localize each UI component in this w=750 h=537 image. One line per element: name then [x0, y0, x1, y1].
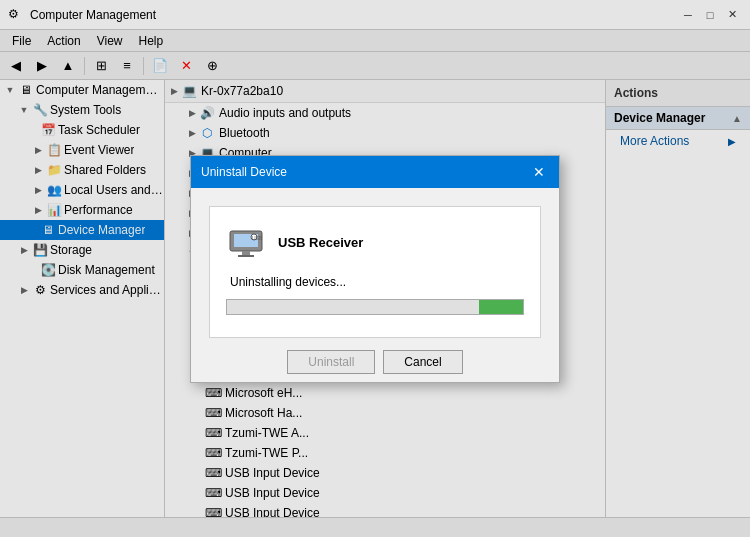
modal-content: USB USB Receiver Uninstalling devices...… [191, 188, 559, 382]
modal-overlay: Uninstall Device ✕ [0, 0, 750, 537]
modal-body: USB USB Receiver Uninstalling devices... [209, 206, 541, 338]
uninstall-modal: Uninstall Device ✕ [190, 155, 560, 383]
modal-title: Uninstall Device [201, 165, 287, 179]
modal-device-name: USB Receiver [278, 235, 363, 250]
svg-rect-2 [242, 251, 250, 255]
uninstall-button[interactable]: Uninstall [287, 350, 375, 374]
cancel-button[interactable]: Cancel [383, 350, 462, 374]
svg-text:USB: USB [252, 234, 263, 240]
modal-progress-bar [479, 300, 523, 314]
modal-device-row: USB USB Receiver [226, 223, 524, 263]
modal-status: Uninstalling devices... [226, 275, 524, 289]
modal-progress-bar-container [226, 299, 524, 315]
usb-receiver-svg: USB [226, 223, 266, 263]
modal-device-icon: USB [226, 223, 266, 263]
modal-device-name-container: USB Receiver [278, 235, 363, 250]
modal-title-bar: Uninstall Device ✕ [191, 156, 559, 188]
modal-buttons: Uninstall Cancel [201, 346, 549, 382]
svg-rect-3 [238, 255, 254, 257]
modal-close-button[interactable]: ✕ [529, 162, 549, 182]
